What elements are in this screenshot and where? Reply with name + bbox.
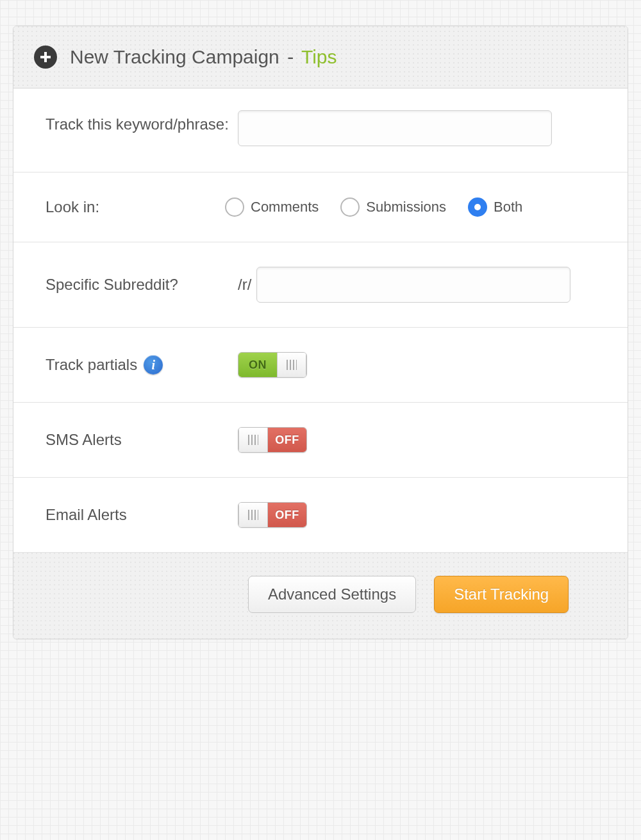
panel-title-text: New Tracking Campaign	[70, 46, 279, 67]
radio-submissions-label: Submissions	[366, 199, 446, 215]
radio-both[interactable]: Both	[468, 197, 522, 217]
track-partials-label: Track partials	[46, 355, 137, 375]
keyword-label: Track this keyword/phrase:	[46, 114, 238, 135]
row-track-partials: Track partials i ON	[13, 328, 628, 403]
row-email-alerts: Email Alerts OFF	[13, 478, 628, 553]
toggle-on-label: ON	[238, 353, 277, 377]
track-partials-toggle[interactable]: ON	[238, 352, 307, 378]
keyword-input[interactable]	[238, 110, 552, 146]
toggle-off-label: OFF	[268, 428, 306, 452]
panel-footer: Advanced Settings Start Tracking	[13, 553, 628, 639]
radio-submissions-indicator	[340, 197, 360, 217]
radio-both-indicator	[468, 197, 487, 217]
advanced-settings-button[interactable]: Advanced Settings	[248, 576, 416, 613]
subreddit-prefix: /r/	[238, 276, 251, 294]
start-tracking-button[interactable]: Start Tracking	[434, 576, 569, 613]
toggle-knob	[277, 353, 306, 377]
svg-rect-1	[40, 56, 51, 58]
panel-title: New Tracking Campaign - Tips	[70, 46, 337, 68]
subreddit-label: Specific Subreddit?	[46, 274, 238, 295]
radio-comments-label: Comments	[251, 199, 319, 215]
new-campaign-panel: New Tracking Campaign - Tips Track this …	[13, 26, 628, 639]
panel-title-separator: -	[285, 46, 296, 67]
row-keyword: Track this keyword/phrase:	[13, 88, 628, 172]
radio-comments[interactable]: Comments	[225, 197, 319, 217]
radio-both-label: Both	[494, 199, 522, 215]
row-look-in: Look in: Comments Submissions Both	[13, 172, 628, 242]
subreddit-input[interactable]	[256, 267, 570, 303]
sms-alerts-label: SMS Alerts	[46, 430, 238, 450]
tips-link[interactable]: Tips	[301, 46, 337, 67]
look-in-label: Look in:	[46, 197, 238, 217]
plus-icon	[34, 46, 57, 69]
toggle-off-label: OFF	[268, 503, 306, 527]
row-sms-alerts: SMS Alerts OFF	[13, 403, 628, 478]
sms-alerts-toggle[interactable]: OFF	[238, 427, 307, 453]
look-in-radio-group: Comments Submissions Both	[225, 197, 522, 217]
radio-comments-indicator	[225, 197, 244, 217]
email-alerts-toggle[interactable]: OFF	[238, 502, 307, 528]
email-alerts-label: Email Alerts	[46, 505, 238, 525]
toggle-knob	[238, 428, 268, 452]
row-subreddit: Specific Subreddit? /r/	[13, 242, 628, 328]
info-icon[interactable]: i	[144, 355, 163, 374]
radio-submissions[interactable]: Submissions	[340, 197, 446, 217]
panel-header: New Tracking Campaign - Tips	[13, 26, 628, 88]
toggle-knob	[238, 503, 268, 527]
